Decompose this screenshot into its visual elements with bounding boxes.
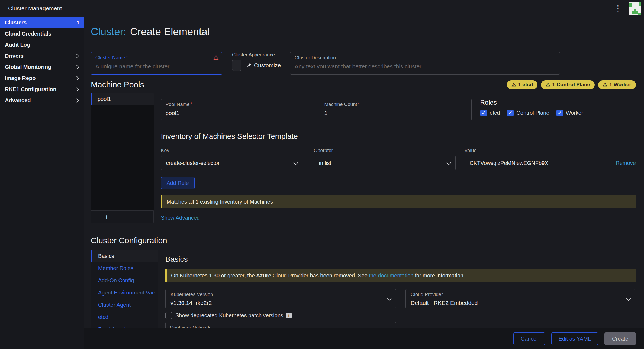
error-warning-icon: ⚠	[213, 55, 219, 61]
sidebar-item-label: Audit Log	[5, 42, 30, 48]
worker-warning-badge: ⚠ 1 Worker	[598, 80, 636, 89]
pool-list-panel: pool1 + −	[91, 93, 154, 223]
operator-select[interactable]: in list	[314, 156, 456, 170]
container-network-field: Container Network	[165, 322, 396, 328]
machine-count-input[interactable]	[324, 110, 467, 116]
user-avatar[interactable]	[629, 2, 641, 15]
matches-banner-text: Matches all 1 existing Inventory of Mach…	[167, 199, 273, 205]
config-nav-label: Cluster Agent	[98, 302, 131, 308]
sidebar-item-audit-log[interactable]: Audit Log	[0, 39, 84, 50]
kebab-menu-icon[interactable]: ⋮	[614, 5, 622, 12]
kubernetes-version-select[interactable]: Kubernetes Version v1.30.14+rke2r2	[165, 289, 396, 308]
sidebar-item-advanced[interactable]: Advanced	[0, 95, 84, 106]
control-plane-warning-badge: ⚠ 1 Control Plane	[541, 80, 595, 89]
container-network-label: Container Network	[170, 325, 210, 328]
pool-name-field: Pool Name*	[161, 99, 314, 120]
required-asterisk: *	[358, 102, 360, 106]
cancel-button[interactable]: Cancel	[513, 332, 545, 345]
config-nav-agent-environment-vars[interactable]: Agent Environment Vars	[91, 287, 158, 299]
config-nav-label: etcd	[98, 314, 108, 320]
show-advanced-link[interactable]: Show Advanced	[161, 215, 200, 221]
pool-form: Pool Name* Machine Count* Roles ✓ etcd	[161, 93, 636, 223]
config-nav-fleet-agent[interactable]: Fleet Agent	[91, 323, 158, 328]
cluster-description-field: Cluster Description	[290, 52, 560, 75]
selector-value-input[interactable]	[465, 156, 607, 170]
chevron-right-icon	[75, 98, 79, 103]
config-nav-add-on-config[interactable]: Add-On Config	[91, 274, 158, 287]
sidebar-item-rke1-configuration[interactable]: RKE1 Configuration	[0, 84, 84, 95]
chevron-down-icon	[446, 161, 451, 165]
title-divider	[91, 42, 636, 42]
role-label: Control Plane	[516, 110, 549, 116]
appearance-color-swatch[interactable]	[232, 60, 242, 71]
selector-template-heading: Inventory of Machines Selector Template	[161, 132, 636, 141]
pool-tab-pool1[interactable]: pool1	[91, 93, 154, 105]
customize-pin-icon	[246, 63, 252, 68]
config-nav-etcd[interactable]: etcd	[91, 311, 158, 323]
warning-triangle-icon: ⚠	[511, 82, 516, 88]
banner-text-bold: Azure	[256, 273, 271, 279]
machine-pools-badges: ⚠ 1 etcd ⚠ 1 Control Plane ⚠ 1 Worker	[507, 80, 636, 89]
config-nav-label: Basics	[98, 253, 114, 259]
create-button[interactable]: Create	[604, 332, 636, 345]
cluster-name-label: Cluster Name	[95, 55, 125, 60]
etcd-warning-badge: ⚠ 1 etcd	[507, 80, 537, 89]
pool-name-input[interactable]	[166, 110, 310, 116]
info-icon[interactable]: i	[286, 313, 292, 318]
sidebar-item-label: Clusters	[5, 20, 27, 26]
documentation-link[interactable]: the documentation	[369, 273, 414, 279]
key-label: Key	[161, 148, 302, 153]
config-nav-cluster-agent[interactable]: Cluster Agent	[91, 299, 158, 311]
pool-form-divider	[161, 125, 636, 125]
top-header: Cluster Management ⋮	[0, 0, 644, 17]
clusters-count-badge: 1	[76, 20, 79, 26]
key-select-value: create-cluster-selector	[166, 160, 220, 166]
sidebar-item-global-monitoring[interactable]: Global Monitoring	[0, 62, 84, 73]
sidebar-item-drivers[interactable]: Drivers	[0, 50, 84, 62]
azure-removed-banner: On Kubernetes 1.30 or greater, the Azure…	[165, 269, 636, 282]
customize-button[interactable]: Customize	[246, 62, 281, 69]
main-content: Cluster:Create Elemental Cluster Name* ⚠…	[84, 17, 644, 328]
minus-icon: −	[136, 213, 140, 221]
sidebar-item-label: Drivers	[5, 53, 24, 59]
add-pool-button[interactable]: +	[91, 210, 122, 223]
config-nav-label: Member Roles	[98, 265, 133, 271]
sidebar: Clusters 1 Cloud Credentials Audit Log D…	[0, 17, 84, 349]
checkbox-checked-icon: ✓	[480, 110, 487, 116]
sidebar-item-clusters[interactable]: Clusters 1	[0, 17, 84, 28]
remove-pool-button[interactable]: −	[122, 210, 153, 223]
checkbox-checked-icon: ✓	[556, 110, 563, 116]
operator-label: Operator	[314, 148, 456, 153]
cluster-description-input[interactable]	[295, 63, 555, 70]
role-checkbox-control-plane[interactable]: ✓ Control Plane	[507, 110, 549, 116]
config-nav-label: Agent Environment Vars	[98, 290, 156, 296]
edit-as-yaml-button[interactable]: Edit as YAML	[551, 332, 598, 345]
banner-text-pre: On Kubernetes 1.30 or greater, the	[171, 273, 255, 279]
chevron-right-icon	[75, 54, 79, 58]
required-asterisk: *	[191, 102, 192, 106]
remove-rule-link[interactable]: Remove	[616, 160, 636, 166]
cluster-name-input[interactable]	[95, 63, 218, 70]
page-title-text: Create Elemental	[130, 26, 210, 37]
sidebar-item-cloud-credentials[interactable]: Cloud Credentials	[0, 28, 84, 39]
deprecated-versions-checkbox[interactable]	[165, 312, 172, 319]
config-nav-basics[interactable]: Basics	[91, 250, 158, 262]
cluster-appearance-block: Cluster Appearance Customize	[232, 52, 281, 71]
sidebar-item-image-repo[interactable]: Image Repo	[0, 73, 84, 84]
cloud-provider-select[interactable]: Cloud Provider Default - RKE2 Embedded	[405, 289, 635, 308]
role-checkbox-worker[interactable]: ✓ Worker	[556, 110, 583, 116]
cluster-configuration-heading: Cluster Configuration	[91, 236, 636, 245]
config-nav-label: Fleet Agent	[98, 326, 125, 328]
config-nav-member-roles[interactable]: Member Roles	[91, 262, 158, 274]
operator-select-value: in list	[319, 160, 331, 166]
add-rule-button[interactable]: Add Rule	[161, 177, 195, 189]
chevron-right-icon	[75, 65, 79, 69]
role-label: etcd	[490, 110, 500, 116]
cluster-config-nav: Basics Member Roles Add-On Config Agent …	[91, 250, 158, 328]
banner-text-mid: Cloud Provider has been removed. See	[273, 273, 368, 279]
key-select[interactable]: create-cluster-selector	[161, 156, 302, 170]
config-basics-panel: Basics On Kubernetes 1.30 or greater, th…	[165, 250, 636, 328]
role-checkbox-etcd[interactable]: ✓ etcd	[480, 110, 500, 116]
sidebar-item-label: Advanced	[5, 97, 31, 104]
pool-list-body	[91, 105, 154, 210]
